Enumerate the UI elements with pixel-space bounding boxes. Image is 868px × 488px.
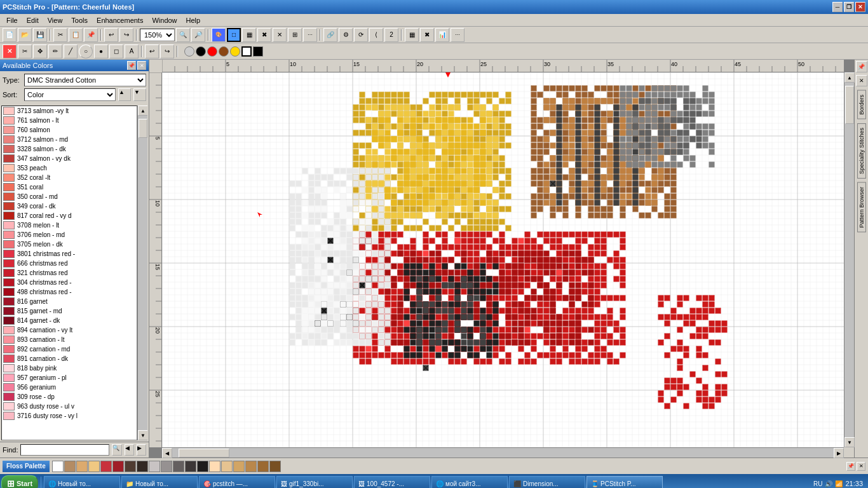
taskbar-item-4[interactable]: 🖼 100_4572 -...: [354, 476, 430, 488]
color-row[interactable]: 498 christmas red -: [2, 287, 137, 297]
pattern-canvas[interactable]: [162, 72, 844, 447]
select-button[interactable]: □: [227, 28, 241, 42]
color-row[interactable]: 353 peach: [2, 163, 137, 173]
sort-select[interactable]: Color Number Name: [24, 88, 116, 101]
color-row[interactable]: 3716 dusty rose - vy l: [2, 411, 137, 421]
sort-asc-button[interactable]: ▲: [118, 88, 131, 101]
draw-line[interactable]: ╱: [64, 44, 78, 58]
color-row[interactable]: 815 garnet - md: [2, 306, 137, 316]
type-select[interactable]: DMC Stranded Cotton: [24, 74, 146, 86]
open-button[interactable]: 📂: [18, 28, 32, 42]
color-row[interactable]: 349 coral - dk: [2, 201, 137, 211]
palette-color[interactable]: [209, 461, 220, 472]
menu-enhancements[interactable]: Enhancements: [93, 16, 147, 25]
taskbar-item-3[interactable]: 🖼 gif1_330bi...: [276, 476, 353, 488]
v-scroll-up[interactable]: ▲: [844, 72, 855, 83]
color-row[interactable]: 893 carnation - lt: [2, 335, 137, 344]
tool-8[interactable]: 🔗: [323, 28, 337, 42]
draw-redo[interactable]: ↪: [160, 44, 174, 58]
taskbar-item-0[interactable]: 🌐 Новый то...: [44, 476, 120, 488]
panel-pin-button[interactable]: 📌: [127, 61, 136, 70]
palette-color[interactable]: [64, 461, 76, 472]
redo-button[interactable]: ↪: [119, 28, 133, 42]
color-list[interactable]: 3713 salmon -vy lt761 salmon - lt760 sal…: [1, 105, 137, 440]
color-row[interactable]: 760 salmon: [2, 125, 137, 135]
color-dot-5[interactable]: [230, 46, 240, 57]
color-dot-3[interactable]: [207, 46, 217, 57]
sort-desc-button[interactable]: ▼: [133, 88, 146, 101]
tool-7[interactable]: ⋯: [303, 28, 317, 42]
undo-button[interactable]: ↩: [104, 28, 118, 42]
v-scroll-down[interactable]: ▼: [844, 437, 855, 447]
color-row[interactable]: 817 coral red - vy d: [2, 211, 137, 220]
find-next-button[interactable]: ▶: [137, 444, 146, 456]
minimize-button[interactable]: ─: [832, 2, 843, 12]
tab-speciality-stitches[interactable]: Speciality Stitches: [857, 123, 866, 179]
tool-9[interactable]: ⚙: [339, 28, 353, 42]
tab-pattern-browser[interactable]: Pattern Browser: [857, 182, 866, 233]
tool-12[interactable]: 2: [384, 28, 398, 42]
palette-color[interactable]: [100, 461, 112, 472]
color-row[interactable]: 666 christmas red: [2, 259, 137, 268]
v-scrollbar[interactable]: ▲ ▼: [844, 72, 854, 447]
tool-16[interactable]: ⋯: [451, 28, 465, 42]
menu-help[interactable]: Help: [182, 16, 205, 25]
palette-color[interactable]: [197, 461, 208, 472]
color-row[interactable]: 814 garnet - dk: [2, 316, 137, 325]
draw-pencil[interactable]: ✏: [48, 44, 62, 58]
palette-color[interactable]: [125, 461, 136, 472]
palette-color[interactable]: [137, 461, 148, 472]
draw-x[interactable]: ✕: [3, 44, 17, 58]
new-button[interactable]: 📄: [3, 28, 17, 42]
palette-color[interactable]: [257, 461, 269, 472]
tool-3[interactable]: ▦: [242, 28, 256, 42]
color-row[interactable]: 3801 christmas red -: [2, 249, 137, 259]
color-row[interactable]: 3705 melon - dk: [2, 240, 137, 249]
color-row[interactable]: 321 christmas red: [2, 268, 137, 278]
color-row[interactable]: 816 garnet: [2, 297, 137, 306]
color-dot-2[interactable]: [196, 46, 206, 57]
network-icon[interactable]: 📶: [835, 480, 843, 487]
color-row[interactable]: 957 geranium - pl: [2, 373, 137, 383]
palette-color[interactable]: [269, 461, 281, 472]
color-row[interactable]: 3706 melon - md: [2, 230, 137, 240]
palette-color[interactable]: [245, 461, 257, 472]
v-scroll-thumb[interactable]: [845, 86, 854, 124]
palette-close[interactable]: ✕: [857, 462, 865, 471]
palette-color[interactable]: [161, 461, 172, 472]
palette-color[interactable]: [149, 461, 160, 472]
menu-view[interactable]: View: [44, 16, 67, 25]
taskbar-item-1[interactable]: 📁 Новый то...: [121, 476, 198, 488]
palette-color[interactable]: [221, 461, 233, 472]
h-scroll-thumb[interactable]: [179, 449, 229, 458]
tool-5[interactable]: ✕: [273, 28, 287, 42]
copy-button[interactable]: 📋: [69, 28, 83, 42]
color-dot-black[interactable]: [253, 46, 263, 57]
tool-10[interactable]: ⟳: [354, 28, 368, 42]
close-button[interactable]: ✕: [855, 2, 865, 12]
palette-pin[interactable]: 📌: [846, 462, 855, 471]
color-row[interactable]: 3712 salmon - md: [2, 135, 137, 144]
draw-eraser[interactable]: ◻: [109, 44, 123, 58]
tool-13[interactable]: ▦: [405, 28, 419, 42]
color-row[interactable]: 963 dusty rose - ul v: [2, 402, 137, 411]
find-search-button[interactable]: 🔍: [112, 444, 121, 456]
tool-14[interactable]: ✖: [420, 28, 434, 42]
tool-15[interactable]: 📊: [435, 28, 449, 42]
color-row[interactable]: 351 coral: [2, 182, 137, 192]
color-dot-1[interactable]: [184, 46, 194, 57]
color-row[interactable]: 3713 salmon -vy lt: [2, 106, 137, 116]
palette-color[interactable]: [233, 461, 245, 472]
color-button[interactable]: 🎨: [212, 28, 226, 42]
taskbar-item-7[interactable]: 🧵 PCStitch P...: [587, 476, 663, 488]
color-row[interactable]: 309 rose - dp: [2, 392, 137, 402]
scroll-thumb[interactable]: [139, 119, 147, 138]
color-row[interactable]: 894 carnation - vy lt: [2, 325, 137, 335]
find-prev-button[interactable]: ◀: [125, 444, 134, 456]
tool-6[interactable]: ⊞: [288, 28, 302, 42]
menu-window[interactable]: Window: [148, 16, 180, 25]
color-row[interactable]: 818 baby pink: [2, 363, 137, 373]
palette-color[interactable]: [52, 461, 64, 472]
draw-text[interactable]: A: [125, 44, 139, 58]
h-scroll-left[interactable]: ◀: [162, 448, 172, 458]
